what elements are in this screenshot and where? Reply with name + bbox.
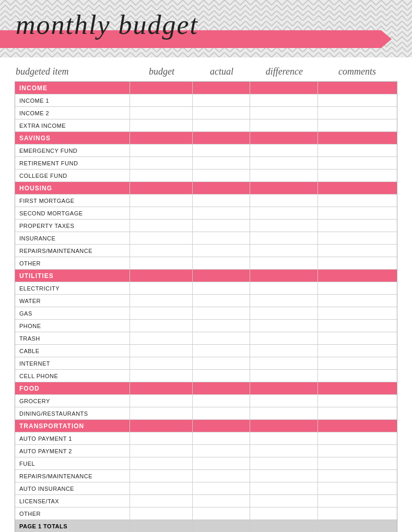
row-difference[interactable] <box>250 470 318 482</box>
row-budget[interactable] <box>130 370 193 382</box>
row-comments[interactable] <box>318 295 396 307</box>
row-budget[interactable] <box>130 119 193 131</box>
row-comments[interactable] <box>318 432 396 444</box>
row-difference[interactable] <box>250 370 318 382</box>
row-budget[interactable] <box>130 407 193 419</box>
row-comments[interactable] <box>318 144 396 156</box>
row-budget[interactable] <box>130 482 193 494</box>
row-difference[interactable] <box>250 257 318 269</box>
row-difference[interactable] <box>250 245 318 257</box>
row-difference[interactable] <box>250 482 318 494</box>
row-budget[interactable] <box>130 144 193 156</box>
row-difference[interactable] <box>250 395 318 407</box>
row-difference[interactable] <box>250 345 318 357</box>
row-comments[interactable] <box>318 482 396 494</box>
row-budget[interactable] <box>130 107 193 119</box>
row-comments[interactable] <box>318 332 396 344</box>
row-budget[interactable] <box>130 232 193 244</box>
row-difference[interactable] <box>250 432 318 444</box>
row-actual[interactable] <box>193 320 250 332</box>
totals-actual[interactable] <box>193 520 250 532</box>
row-actual[interactable] <box>193 107 250 119</box>
row-difference[interactable] <box>250 357 318 369</box>
row-comments[interactable] <box>318 195 396 207</box>
row-comments[interactable] <box>318 232 396 244</box>
row-budget[interactable] <box>130 170 193 182</box>
row-comments[interactable] <box>318 207 396 219</box>
row-budget[interactable] <box>130 257 193 269</box>
row-actual[interactable] <box>193 207 250 219</box>
row-budget[interactable] <box>130 207 193 219</box>
row-comments[interactable] <box>318 282 396 294</box>
row-difference[interactable] <box>250 457 318 469</box>
row-difference[interactable] <box>250 332 318 344</box>
row-difference[interactable] <box>250 232 318 244</box>
row-difference[interactable] <box>250 507 318 519</box>
row-actual[interactable] <box>193 357 250 369</box>
row-budget[interactable] <box>130 470 193 482</box>
row-difference[interactable] <box>250 94 318 106</box>
row-actual[interactable] <box>193 119 250 131</box>
row-budget[interactable] <box>130 94 193 106</box>
row-budget[interactable] <box>130 195 193 207</box>
row-actual[interactable] <box>193 332 250 344</box>
row-comments[interactable] <box>318 170 396 182</box>
row-actual[interactable] <box>193 144 250 156</box>
row-budget[interactable] <box>130 432 193 444</box>
row-budget[interactable] <box>130 445 193 457</box>
row-comments[interactable] <box>318 507 396 519</box>
row-actual[interactable] <box>193 507 250 519</box>
row-actual[interactable] <box>193 345 250 357</box>
row-budget[interactable] <box>130 332 193 344</box>
row-difference[interactable] <box>250 107 318 119</box>
row-comments[interactable] <box>318 107 396 119</box>
row-budget[interactable] <box>130 282 193 294</box>
row-comments[interactable] <box>318 307 396 319</box>
row-budget[interactable] <box>130 457 193 469</box>
row-comments[interactable] <box>318 457 396 469</box>
row-difference[interactable] <box>250 119 318 131</box>
row-actual[interactable] <box>193 282 250 294</box>
row-difference[interactable] <box>250 407 318 419</box>
row-difference[interactable] <box>250 282 318 294</box>
row-budget[interactable] <box>130 507 193 519</box>
row-actual[interactable] <box>193 495 250 507</box>
row-budget[interactable] <box>130 320 193 332</box>
row-comments[interactable] <box>318 320 396 332</box>
row-actual[interactable] <box>193 245 250 257</box>
row-actual[interactable] <box>193 232 250 244</box>
row-difference[interactable] <box>250 295 318 307</box>
row-difference[interactable] <box>250 195 318 207</box>
row-comments[interactable] <box>318 357 396 369</box>
row-comments[interactable] <box>318 157 396 169</box>
row-actual[interactable] <box>193 307 250 319</box>
row-actual[interactable] <box>193 407 250 419</box>
row-difference[interactable] <box>250 445 318 457</box>
totals-difference[interactable] <box>250 520 318 532</box>
row-comments[interactable] <box>318 345 396 357</box>
row-actual[interactable] <box>193 395 250 407</box>
row-difference[interactable] <box>250 320 318 332</box>
row-comments[interactable] <box>318 119 396 131</box>
row-comments[interactable] <box>318 445 396 457</box>
row-actual[interactable] <box>193 470 250 482</box>
row-actual[interactable] <box>193 220 250 232</box>
row-budget[interactable] <box>130 307 193 319</box>
row-budget[interactable] <box>130 295 193 307</box>
totals-comments[interactable] <box>318 520 396 532</box>
row-difference[interactable] <box>250 157 318 169</box>
row-comments[interactable] <box>318 220 396 232</box>
row-actual[interactable] <box>193 170 250 182</box>
row-actual[interactable] <box>193 94 250 106</box>
row-actual[interactable] <box>193 370 250 382</box>
row-comments[interactable] <box>318 495 396 507</box>
row-actual[interactable] <box>193 195 250 207</box>
row-difference[interactable] <box>250 220 318 232</box>
row-comments[interactable] <box>318 257 396 269</box>
row-budget[interactable] <box>130 245 193 257</box>
row-difference[interactable] <box>250 170 318 182</box>
row-comments[interactable] <box>318 370 396 382</box>
row-budget[interactable] <box>130 157 193 169</box>
row-comments[interactable] <box>318 245 396 257</box>
row-budget[interactable] <box>130 220 193 232</box>
